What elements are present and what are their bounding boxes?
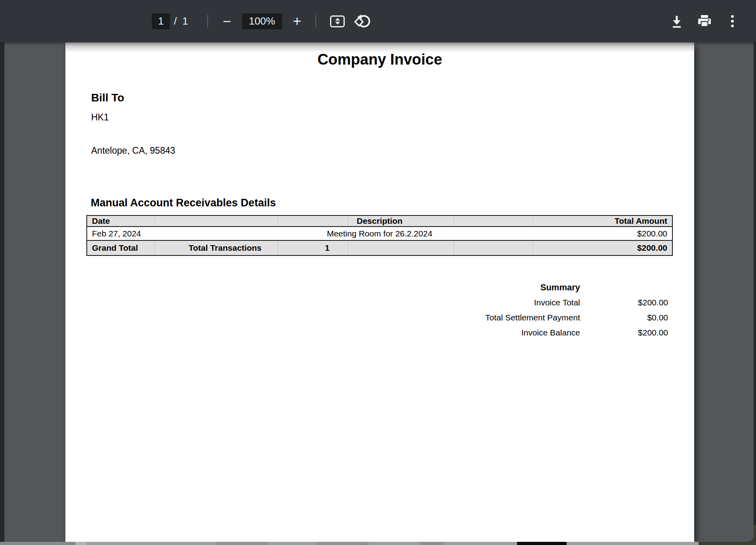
pdf-scroll-area[interactable]: Company Invoice Bill To HK1 Antelope, CA… (4, 42, 754, 542)
bill-to-name: HK1 (91, 112, 109, 123)
bottom-edge-segment (517, 542, 567, 545)
pdf-viewer-window: / 1 − 100% + (0, 0, 756, 545)
rotate-counterclockwise-button[interactable] (353, 10, 372, 32)
page-count-total: 1 (182, 15, 188, 27)
toolbar-divider (207, 15, 208, 28)
print-icon (698, 15, 711, 27)
rotate-counterclockwise-icon (353, 13, 372, 30)
summary-block: Summary Invoice Total $200.00 Total Sett… (374, 280, 668, 340)
row-description: Meeting Room for 26.2.2024 (87, 227, 672, 240)
bottom-edge-strip (0, 542, 756, 545)
toolbar-center-controls: / 1 − 100% + (152, 0, 372, 42)
grand-total-row: Grand Total Total Transactions 1 $200.00 (87, 241, 672, 255)
more-options-button[interactable] (723, 10, 742, 32)
receivables-table: Date Description Total Amount Feb 27, 20… (86, 215, 673, 256)
zoom-out-button[interactable]: − (218, 10, 237, 32)
page-number-input[interactable] (152, 13, 170, 29)
plus-icon: + (293, 14, 301, 29)
grand-total-label: Grand Total (92, 241, 138, 255)
pdf-viewer-area: Company Invoice Bill To HK1 Antelope, CA… (0, 42, 756, 542)
invoice-title: Company Invoice (65, 51, 694, 68)
summary-label: Total Settlement Payment (374, 310, 580, 325)
fit-to-page-icon (330, 15, 345, 27)
bill-to-heading: Bill To (91, 91, 124, 104)
summary-label: Invoice Total (374, 295, 580, 310)
zoom-in-button[interactable]: + (288, 10, 307, 32)
bill-to-address: Antelope, CA, 95843 (91, 145, 175, 156)
summary-value: $0.00 (580, 310, 668, 325)
zoom-level-value: 100% (249, 15, 275, 27)
page-count-separator: / (174, 15, 177, 27)
more-vertical-icon (728, 13, 737, 29)
bottom-edge-segment (0, 542, 75, 545)
table-row: Feb 27, 2024 Meeting Room for 26.2.2024 … (87, 227, 672, 241)
bottom-edge-segment (75, 542, 86, 545)
table-header-row: Date Description Total Amount (87, 216, 672, 227)
summary-heading-row: Summary (374, 280, 668, 295)
summary-row: Invoice Balance $200.00 (374, 325, 668, 340)
summary-value: $200.00 (580, 295, 668, 310)
summary-heading: Summary (374, 280, 580, 295)
pdf-page: Company Invoice Bill To HK1 Antelope, CA… (65, 42, 694, 542)
zoom-level-field[interactable]: 100% (242, 13, 282, 29)
bottom-edge-segment (216, 542, 267, 545)
print-button[interactable] (695, 10, 714, 32)
row-amount: $200.00 (637, 227, 667, 240)
grand-total-amount: $200.00 (637, 241, 667, 255)
pdf-toolbar: / 1 − 100% + (0, 0, 756, 42)
bottom-edge-segment (317, 542, 368, 545)
minus-icon: − (223, 14, 231, 29)
column-header-description: Description (87, 216, 672, 226)
total-transactions-label: Total Transactions (189, 241, 262, 255)
fit-to-page-button[interactable] (328, 10, 347, 32)
summary-row: Total Settlement Payment $0.00 (374, 310, 668, 325)
summary-label: Invoice Balance (374, 325, 580, 340)
summary-value: $200.00 (580, 325, 668, 340)
toolbar-divider (315, 15, 316, 28)
bottom-edge-segment (420, 542, 444, 545)
total-transactions-count: 1 (325, 241, 330, 255)
page-count: / 1 (170, 15, 188, 27)
receivables-heading: Manual Account Receivables Details (91, 197, 276, 209)
bottom-edge-segment (699, 542, 756, 545)
column-header-total-amount: Total Amount (615, 216, 667, 226)
download-button[interactable] (667, 10, 686, 32)
summary-row: Invoice Total $200.00 (374, 295, 668, 310)
download-icon (671, 15, 682, 28)
toolbar-right-controls (667, 0, 742, 42)
